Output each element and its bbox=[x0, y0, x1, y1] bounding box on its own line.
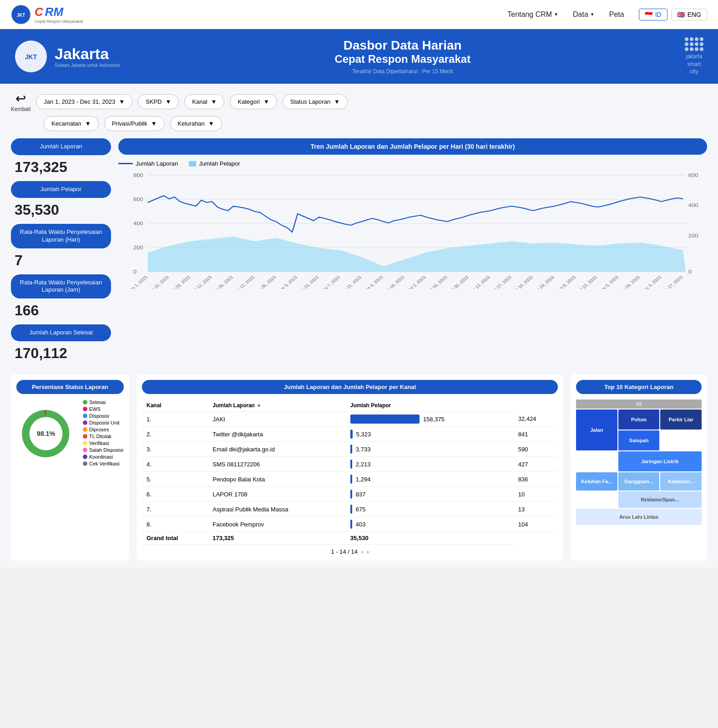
bar-fill bbox=[350, 460, 352, 469]
col-laporan[interactable]: Jumlah Laporan ▼ bbox=[208, 399, 346, 412]
treemap-pohon[interactable]: Pohon bbox=[618, 410, 660, 430]
kanal-name: SMS 0811272206 bbox=[208, 457, 346, 472]
status-filter[interactable]: Status Laporan ▼ bbox=[283, 94, 348, 109]
skpd-filter[interactable]: SKPD ▼ bbox=[138, 94, 179, 109]
kanal-laporan: 5,323 bbox=[346, 427, 514, 442]
svg-text:0: 0 bbox=[688, 269, 692, 275]
waktu-jam-value: 166 bbox=[15, 302, 111, 319]
legend-tl-ditolak: TL Ditolak bbox=[83, 434, 123, 439]
pie-legend: Selesai EWS Disposisi Disposisi Unit Dip… bbox=[83, 399, 123, 468]
legend-selesai: Selesai bbox=[83, 399, 123, 405]
chevron-down-icon: ▼ bbox=[554, 12, 558, 17]
privasi-filter[interactable]: Privasi/Publik ▼ bbox=[104, 116, 165, 131]
bar-fill bbox=[350, 475, 352, 484]
status-card-header: Persentase Status Laporan bbox=[16, 380, 124, 394]
svg-text:May 21, 2023: May 21, 2023 bbox=[338, 275, 363, 289]
svg-text:Jun 4, 2023: Jun 4, 2023 bbox=[362, 275, 384, 289]
treemap-jaringan-listrik[interactable]: Jaringan Listrik bbox=[618, 451, 702, 471]
laporan-selesai-button[interactable]: Jumlah Laporan Selesai bbox=[11, 324, 111, 341]
treemap-sampah[interactable]: Sampah bbox=[618, 430, 660, 450]
crm-logo-rm: RM bbox=[45, 5, 63, 19]
treemap-arus-lalu-lintas[interactable]: Arus Lalu Lintas bbox=[576, 509, 702, 525]
back-button[interactable]: ↩ Kembali bbox=[11, 91, 30, 112]
kelurahan-filter[interactable]: Kelurahan ▼ bbox=[170, 116, 222, 131]
chevron-down-icon: ▼ bbox=[119, 98, 125, 105]
table-row: 6. LAPOR 1708 837 10 bbox=[142, 487, 558, 502]
pie-chart-svg: 98.1% bbox=[16, 404, 76, 463]
table-row: 3. Email dki@jakarta.go.id 3,733 590 bbox=[142, 442, 558, 457]
chevron-down-icon: ▼ bbox=[85, 120, 91, 127]
svg-text:Apr 9, 2023: Apr 9, 2023 bbox=[277, 275, 298, 289]
kanal-filter[interactable]: Kanal ▼ bbox=[184, 94, 224, 109]
chevron-down-icon: ▼ bbox=[208, 120, 214, 127]
prev-page-button[interactable]: ‹ bbox=[361, 548, 363, 555]
kanal-num: 7. bbox=[142, 502, 208, 517]
status-card: Persentase Status Laporan 98.1% bbox=[11, 374, 129, 561]
bar-fill bbox=[350, 520, 352, 529]
bar-fill bbox=[350, 490, 352, 499]
bar-fill bbox=[350, 430, 353, 439]
svg-text:Apr 23, 2023: Apr 23, 2023 bbox=[296, 275, 320, 289]
treemap-grid: Jalan Pohon Parkir Liar Sampah Jaringan … bbox=[576, 410, 702, 525]
jumlah-laporan-button[interactable]: Jumlah Laporan bbox=[11, 138, 111, 155]
right-content-panel: Tren Jumlah Laporan dan Jumlah Pelapor p… bbox=[118, 138, 707, 367]
bar-fill bbox=[350, 505, 352, 514]
kanal-num: 6. bbox=[142, 487, 208, 502]
banner-left: JKT Jakarta Sukses Jakarta untuk Indones… bbox=[15, 40, 121, 73]
kanal-num: 3. bbox=[142, 442, 208, 457]
legend-verifikasi: Verifikasi bbox=[83, 440, 123, 446]
table-row: 5. Pendopo Balai Kota 1,294 836 bbox=[142, 472, 558, 487]
svg-text:600: 600 bbox=[133, 197, 143, 202]
id-flag-icon: 🇮🇩 bbox=[645, 11, 652, 18]
kanal-table: Kanal Jumlah Laporan ▼ Jumlah Pelapor 1.… bbox=[142, 399, 558, 545]
top10-card: Top 10 Kategori Laporan All Jalan Pohon … bbox=[571, 374, 707, 561]
nav-data[interactable]: Data ▼ bbox=[573, 10, 595, 19]
svg-text:98.1%: 98.1% bbox=[37, 430, 56, 437]
treemap-all-tab[interactable]: All bbox=[576, 399, 702, 409]
waktu-hari-button[interactable]: Rata-Rata Waktu Penyelesaian Laporan (Ha… bbox=[11, 224, 111, 248]
chart-legend: Jumlah Laporan Jumlah Pelapor bbox=[118, 160, 707, 167]
waktu-jam-button[interactable]: Rata-Rata Waktu Penyelesaian Laporan (Ja… bbox=[11, 274, 111, 299]
nav-peta[interactable]: Peta bbox=[609, 10, 624, 19]
next-page-button[interactable]: › bbox=[367, 548, 369, 555]
svg-text:Mar 26, 2023: Mar 26, 2023 bbox=[253, 275, 277, 289]
bar-fill bbox=[350, 415, 420, 424]
eng-flag-icon: 🇬🇧 bbox=[677, 11, 685, 18]
lang-id-button[interactable]: 🇮🇩 ID bbox=[639, 9, 667, 20]
chevron-down-icon: ▼ bbox=[151, 120, 157, 127]
nav-tentang-crm[interactable]: Tentang CRM ▼ bbox=[507, 10, 558, 19]
jumlah-pelapor-button[interactable]: Jumlah Pelapor bbox=[11, 181, 111, 198]
date-range-selector[interactable]: Jan 1, 2023 - Dec 31, 2023 ▼ bbox=[36, 94, 132, 109]
kanal-pelapor: 10 bbox=[514, 487, 558, 502]
kanal-name: Twitter @dkijakarta bbox=[208, 427, 346, 442]
pie-chart: 98.1% bbox=[16, 404, 76, 463]
legend-laporan-line bbox=[118, 163, 133, 164]
kecamatan-filter[interactable]: Kecamatan ▼ bbox=[44, 116, 99, 131]
treemap-parkir-liar[interactable]: Parkir Liar bbox=[660, 410, 702, 430]
jumlah-pelapor-value: 35,530 bbox=[15, 202, 111, 218]
kanal-laporan: 403 bbox=[346, 517, 514, 532]
jakarta-logo-icon: JKT bbox=[11, 5, 31, 25]
back-arrow-icon: ↩ bbox=[15, 91, 26, 106]
treemap-gangguan[interactable]: Gangguan... bbox=[618, 472, 660, 490]
svg-text:Jan 29, 2023: Jan 29, 2023 bbox=[168, 275, 192, 289]
treemap-keluhan-fa[interactable]: Keluhan Fa... bbox=[576, 472, 617, 490]
banner-main-title: Dasbor Data Harian bbox=[121, 38, 685, 53]
banner-sub-title: Cepat Respon Masyarakat bbox=[121, 53, 685, 66]
kanal-laporan: 158,375 bbox=[346, 412, 514, 427]
grand-total-label: Grand total bbox=[147, 535, 178, 541]
kanal-laporan: 837 bbox=[346, 487, 514, 502]
treemap-kawasan[interactable]: Kawasan... bbox=[660, 472, 702, 490]
chevron-down-icon: ▼ bbox=[334, 98, 340, 105]
table-row: 1. JAKI 158,375 32,424 bbox=[142, 412, 558, 427]
treemap-jalan[interactable]: Jalan bbox=[576, 410, 617, 450]
kanal-pelapor: 32,424 bbox=[514, 412, 558, 427]
treemap-reklame[interactable]: Reklame/Span... bbox=[618, 491, 702, 508]
legend-pelapor-box bbox=[189, 161, 196, 167]
layout-main: Jumlah Laporan 173,325 Jumlah Pelapor 35… bbox=[11, 138, 707, 367]
legend-koordinasi: Koordinasi bbox=[83, 454, 123, 460]
lang-eng-button[interactable]: 🇬🇧 ENG bbox=[671, 9, 707, 20]
jumlah-laporan-value: 173,325 bbox=[15, 159, 111, 176]
kategori-filter[interactable]: Kategori ▼ bbox=[230, 94, 277, 109]
banner-right: jakartasmartcity bbox=[685, 37, 703, 76]
